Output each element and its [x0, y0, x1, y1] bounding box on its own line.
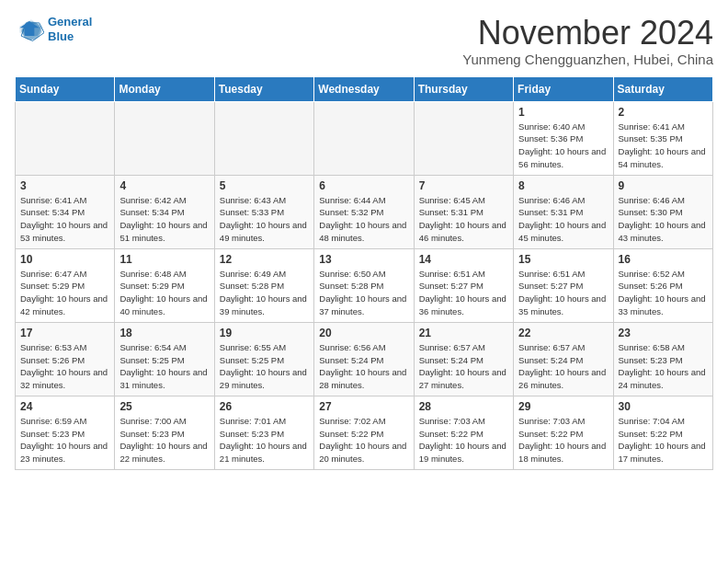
day-number: 10 [20, 253, 109, 266]
day-number: 28 [419, 400, 508, 413]
day-number: 18 [119, 327, 209, 339]
day-info: Sunrise: 6:42 AM Sunset: 5:34 PM Dayligh… [119, 194, 209, 245]
logo-icon [15, 15, 44, 44]
day-info: Sunrise: 6:41 AM Sunset: 5:35 PM Dayligh… [619, 121, 708, 171]
calendar-cell: 7Sunrise: 6:45 AM Sunset: 5:31 PM Daylig… [414, 175, 513, 248]
calendar-cell: 28Sunrise: 7:03 AM Sunset: 5:22 PM Dayli… [414, 396, 513, 469]
day-info: Sunrise: 6:49 AM Sunset: 5:28 PM Dayligh… [220, 268, 309, 318]
day-number: 25 [119, 400, 209, 413]
calendar-cell: 25Sunrise: 7:00 AM Sunset: 5:23 PM Dayli… [115, 396, 214, 469]
day-number: 12 [220, 253, 309, 266]
day-info: Sunrise: 7:03 AM Sunset: 5:22 PM Dayligh… [518, 415, 608, 465]
calendar-cell: 20Sunrise: 6:56 AM Sunset: 5:24 PM Dayli… [314, 322, 414, 396]
day-number: 19 [220, 327, 309, 339]
calendar-header: SundayMondayTuesdayWednesdayThursdayFrid… [16, 76, 713, 101]
day-number: 15 [518, 253, 608, 266]
month-title: November 2024 [462, 15, 713, 52]
calendar-cell [214, 101, 313, 175]
day-number: 13 [319, 253, 408, 266]
day-info: Sunrise: 7:04 AM Sunset: 5:22 PM Dayligh… [619, 415, 708, 465]
day-info: Sunrise: 6:59 AM Sunset: 5:23 PM Dayligh… [20, 415, 109, 465]
day-number: 24 [20, 400, 109, 413]
day-number: 8 [518, 179, 608, 192]
day-number: 23 [619, 327, 708, 339]
day-info: Sunrise: 6:40 AM Sunset: 5:36 PM Dayligh… [518, 121, 608, 171]
day-info: Sunrise: 7:02 AM Sunset: 5:22 PM Dayligh… [319, 415, 408, 465]
day-number: 3 [20, 179, 109, 192]
calendar-cell: 30Sunrise: 7:04 AM Sunset: 5:22 PM Dayli… [613, 396, 712, 469]
day-number: 20 [319, 327, 408, 339]
calendar-cell: 6Sunrise: 6:44 AM Sunset: 5:32 PM Daylig… [314, 175, 414, 248]
day-number: 21 [419, 327, 508, 339]
calendar-cell: 19Sunrise: 6:55 AM Sunset: 5:25 PM Dayli… [214, 322, 313, 396]
day-info: Sunrise: 6:51 AM Sunset: 5:27 PM Dayligh… [518, 268, 608, 318]
day-info: Sunrise: 7:00 AM Sunset: 5:23 PM Dayligh… [119, 415, 209, 465]
calendar-body: 1Sunrise: 6:40 AM Sunset: 5:36 PM Daylig… [16, 101, 713, 469]
calendar-cell: 23Sunrise: 6:58 AM Sunset: 5:23 PM Dayli… [613, 322, 712, 396]
calendar-cell: 29Sunrise: 7:03 AM Sunset: 5:22 PM Dayli… [514, 396, 613, 469]
calendar-cell: 15Sunrise: 6:51 AM Sunset: 5:27 PM Dayli… [514, 248, 613, 322]
calendar-cell: 5Sunrise: 6:43 AM Sunset: 5:33 PM Daylig… [214, 175, 313, 248]
calendar-cell: 3Sunrise: 6:41 AM Sunset: 5:34 PM Daylig… [16, 175, 115, 248]
day-number: 29 [518, 400, 608, 413]
calendar-cell [314, 101, 414, 175]
day-info: Sunrise: 6:46 AM Sunset: 5:30 PM Dayligh… [619, 194, 708, 245]
day-number: 6 [319, 179, 408, 192]
day-info: Sunrise: 6:53 AM Sunset: 5:26 PM Dayligh… [20, 341, 109, 392]
day-info: Sunrise: 6:47 AM Sunset: 5:29 PM Dayligh… [20, 268, 109, 318]
calendar-cell: 12Sunrise: 6:49 AM Sunset: 5:28 PM Dayli… [214, 248, 313, 322]
day-number: 2 [619, 106, 708, 119]
logo-line2: Blue [48, 29, 74, 43]
calendar-cell: 8Sunrise: 6:46 AM Sunset: 5:31 PM Daylig… [514, 175, 613, 248]
day-number: 17 [20, 327, 109, 339]
calendar-cell: 10Sunrise: 6:47 AM Sunset: 5:29 PM Dayli… [16, 248, 115, 322]
calendar-table: SundayMondayTuesdayWednesdayThursdayFrid… [15, 76, 713, 470]
page-header: General Blue November 2024 Yunmeng Cheng… [15, 15, 713, 67]
day-info: Sunrise: 6:50 AM Sunset: 5:28 PM Dayligh… [319, 268, 408, 318]
calendar-cell: 1Sunrise: 6:40 AM Sunset: 5:36 PM Daylig… [514, 101, 613, 175]
day-number: 5 [220, 179, 309, 192]
calendar-cell: 27Sunrise: 7:02 AM Sunset: 5:22 PM Dayli… [314, 396, 414, 469]
calendar-cell: 26Sunrise: 7:01 AM Sunset: 5:23 PM Dayli… [214, 396, 313, 469]
day-header-monday: Monday [115, 76, 214, 101]
day-info: Sunrise: 6:46 AM Sunset: 5:31 PM Dayligh… [518, 194, 608, 245]
day-info: Sunrise: 6:54 AM Sunset: 5:25 PM Dayligh… [119, 341, 209, 392]
day-number: 26 [220, 400, 309, 413]
day-header-thursday: Thursday [414, 76, 513, 101]
week-row-5: 24Sunrise: 6:59 AM Sunset: 5:23 PM Dayli… [16, 396, 713, 469]
logo: General Blue [15, 15, 92, 44]
calendar-cell [16, 101, 115, 175]
day-info: Sunrise: 6:58 AM Sunset: 5:23 PM Dayligh… [619, 341, 708, 392]
calendar-cell: 16Sunrise: 6:52 AM Sunset: 5:26 PM Dayli… [613, 248, 712, 322]
calendar-cell: 11Sunrise: 6:48 AM Sunset: 5:29 PM Dayli… [115, 248, 214, 322]
day-number: 9 [619, 179, 708, 192]
day-info: Sunrise: 6:55 AM Sunset: 5:25 PM Dayligh… [220, 341, 309, 392]
day-number: 30 [619, 400, 708, 413]
day-header-wednesday: Wednesday [314, 76, 414, 101]
days-of-week-row: SundayMondayTuesdayWednesdayThursdayFrid… [16, 76, 713, 101]
day-number: 22 [518, 327, 608, 339]
calendar-cell: 2Sunrise: 6:41 AM Sunset: 5:35 PM Daylig… [613, 101, 712, 175]
calendar-cell: 9Sunrise: 6:46 AM Sunset: 5:30 PM Daylig… [613, 175, 712, 248]
week-row-3: 10Sunrise: 6:47 AM Sunset: 5:29 PM Dayli… [16, 248, 713, 322]
week-row-1: 1Sunrise: 6:40 AM Sunset: 5:36 PM Daylig… [16, 101, 713, 175]
calendar-cell: 21Sunrise: 6:57 AM Sunset: 5:24 PM Dayli… [414, 322, 513, 396]
location-subtitle: Yunmeng Chengguanzhen, Hubei, China [462, 52, 713, 67]
day-info: Sunrise: 6:44 AM Sunset: 5:32 PM Dayligh… [319, 194, 408, 245]
calendar-cell: 17Sunrise: 6:53 AM Sunset: 5:26 PM Dayli… [16, 322, 115, 396]
day-number: 16 [619, 253, 708, 266]
calendar-cell [115, 101, 214, 175]
day-number: 7 [419, 179, 508, 192]
calendar-cell: 18Sunrise: 6:54 AM Sunset: 5:25 PM Dayli… [115, 322, 214, 396]
day-number: 11 [119, 253, 209, 266]
calendar-cell: 13Sunrise: 6:50 AM Sunset: 5:28 PM Dayli… [314, 248, 414, 322]
logo-text: General Blue [48, 15, 92, 43]
calendar-cell: 22Sunrise: 6:57 AM Sunset: 5:24 PM Dayli… [514, 322, 613, 396]
calendar-cell: 24Sunrise: 6:59 AM Sunset: 5:23 PM Dayli… [16, 396, 115, 469]
day-header-saturday: Saturday [613, 76, 712, 101]
day-info: Sunrise: 6:57 AM Sunset: 5:24 PM Dayligh… [518, 341, 608, 392]
day-header-sunday: Sunday [16, 76, 115, 101]
day-info: Sunrise: 6:45 AM Sunset: 5:31 PM Dayligh… [419, 194, 508, 245]
week-row-4: 17Sunrise: 6:53 AM Sunset: 5:26 PM Dayli… [16, 322, 713, 396]
day-info: Sunrise: 6:43 AM Sunset: 5:33 PM Dayligh… [220, 194, 309, 245]
